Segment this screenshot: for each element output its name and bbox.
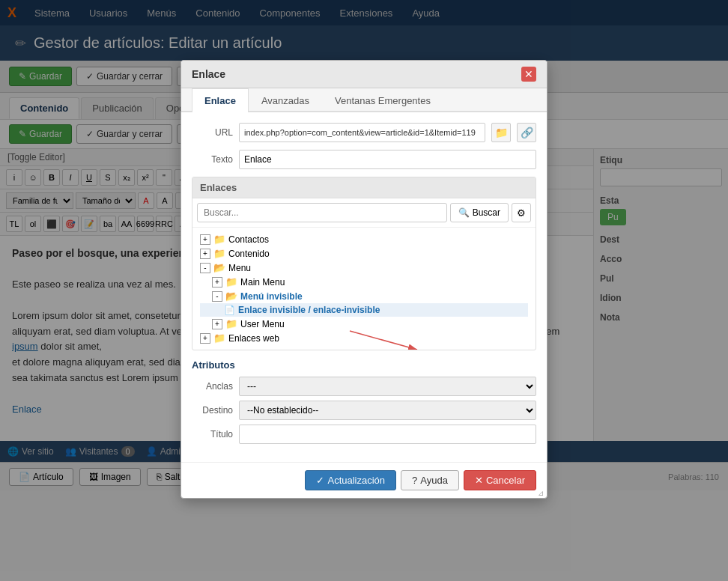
- tree-label-menu-invisible: Menú invisible: [240, 291, 303, 302]
- modal-close-button[interactable]: ✕: [521, 67, 536, 82]
- folder-menu-icon: 📂: [213, 262, 225, 273]
- expand-contenido[interactable]: +: [200, 249, 210, 259]
- modal-tab-enlace[interactable]: Enlace: [192, 88, 249, 112]
- expand-menu-invisible[interactable]: -: [212, 291, 222, 302]
- modal-tab-avanzadas[interactable]: Avanzadas: [249, 88, 322, 112]
- url-input[interactable]: [239, 123, 485, 142]
- cancelar-button[interactable]: ✕ Cancelar: [464, 470, 536, 490]
- tree-enlace-invisible[interactable]: 📄 Enlace invisible / enlace-invisible: [200, 303, 528, 317]
- tree-label-user-menu: User Menu: [240, 319, 285, 329]
- expand-main-menu[interactable]: +: [212, 277, 222, 288]
- modal-body: URL 📁 🔗 Texto Enlaces 🔍 Buscar: [181, 112, 547, 462]
- tree-menu[interactable]: - 📂 Menu: [200, 261, 528, 275]
- expand-enlaces-web[interactable]: +: [200, 333, 210, 344]
- buscar-button[interactable]: 🔍 Buscar: [450, 203, 509, 222]
- modal-overlay: Enlace ✕ Enlace Avanzadas Ventanas Emerg…: [0, 0, 728, 581]
- ayuda-button[interactable]: ? Ayuda: [401, 470, 459, 490]
- search-icon: 🔍: [458, 207, 470, 218]
- destino-select[interactable]: --No establecido--: [239, 401, 536, 420]
- links-header: Enlaces: [192, 177, 536, 198]
- tree-label-enlaces-web: Enlaces web: [228, 333, 279, 344]
- folder-user-menu-icon: 📁: [225, 318, 237, 329]
- tree-main-menu[interactable]: + 📁 Main Menu: [200, 275, 528, 289]
- url-browse-button[interactable]: 📁: [491, 123, 511, 142]
- url-label: URL: [192, 127, 233, 138]
- link-modal: Enlace ✕ Enlace Avanzadas Ventanas Emerg…: [181, 60, 547, 499]
- atributos-section: Atributos Anclas --- Destino --No establ…: [192, 359, 536, 444]
- tree-label-main-menu: Main Menu: [240, 277, 285, 288]
- actualizacion-button[interactable]: ✓ Actualización: [305, 470, 396, 490]
- tooltip-arrow: [342, 323, 432, 350]
- expand-menu[interactable]: -: [200, 263, 210, 273]
- url-preview-button[interactable]: 🔗: [517, 123, 536, 142]
- texto-row: Texto: [192, 150, 536, 169]
- expand-contactos[interactable]: +: [200, 234, 210, 245]
- modal-footer: ✓ Actualización ? Ayuda ✕ Cancelar: [181, 462, 547, 498]
- svg-line-1: [350, 331, 417, 350]
- tree-menu-invisible[interactable]: - 📂 Menú invisible: [200, 289, 528, 303]
- resize-handle[interactable]: ⊿: [538, 489, 547, 498]
- anclas-select[interactable]: ---: [239, 377, 536, 396]
- tree-label-enlace-invisible: Enlace invisible / enlace-invisible: [238, 305, 380, 315]
- titulo-input[interactable]: [239, 425, 536, 444]
- gear-button[interactable]: ⚙: [512, 203, 531, 222]
- modal-title: Enlace: [192, 68, 225, 80]
- links-search-bar: 🔍 Buscar ⚙: [192, 198, 536, 228]
- folder-menu-invisible-icon: 📂: [225, 290, 237, 302]
- page-enlace-invisible-icon: 📄: [224, 305, 235, 315]
- tree-contenido[interactable]: + 📁 Contenido: [200, 246, 528, 261]
- search-input[interactable]: [197, 203, 447, 222]
- titulo-label: Título: [192, 429, 233, 439]
- modal-tab-ventanas[interactable]: Ventanas Emergentes: [322, 88, 443, 112]
- tree-label-menu: Menu: [228, 263, 251, 273]
- titulo-row: Título: [192, 425, 536, 444]
- modal-header: Enlace ✕: [181, 61, 547, 88]
- anclas-label: Anclas: [192, 381, 233, 392]
- question-icon: ?: [412, 475, 417, 486]
- expand-user-menu[interactable]: +: [212, 319, 222, 329]
- folder-contenido-icon: 📁: [213, 248, 225, 259]
- texto-input[interactable]: [239, 150, 536, 169]
- texto-label: Texto: [192, 154, 233, 165]
- modal-tabs: Enlace Avanzadas Ventanas Emergentes: [181, 88, 547, 112]
- anclas-row: Anclas ---: [192, 377, 536, 396]
- atributos-title: Atributos: [192, 359, 536, 371]
- tree-label-contenido: Contenido: [228, 249, 270, 259]
- x-icon: ✕: [475, 475, 483, 486]
- folder-contactos-icon: 📁: [213, 234, 225, 245]
- url-row: URL 📁 🔗: [192, 123, 536, 142]
- destino-row: Destino --No establecido--: [192, 401, 536, 420]
- links-section: Enlaces 🔍 Buscar ⚙ + 📁 Contactos: [192, 177, 536, 350]
- check-icon: ✓: [316, 475, 324, 486]
- tree-label-contactos: Contactos: [228, 234, 269, 245]
- tree-area: + 📁 Contactos + 📁 Contenido - 📂 Men: [192, 228, 536, 350]
- folder-main-menu-icon: 📁: [225, 276, 237, 288]
- folder-enlaces-web-icon: 📁: [213, 332, 225, 344]
- destino-attr-label: Destino: [192, 405, 233, 416]
- tree-contactos[interactable]: + 📁 Contactos: [200, 232, 528, 246]
